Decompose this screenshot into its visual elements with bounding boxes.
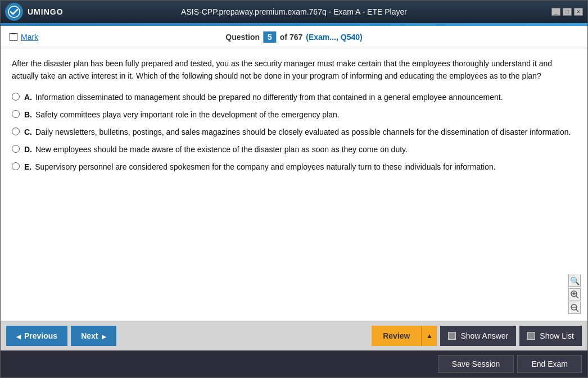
mark-checkbox[interactable] <box>10 33 17 41</box>
option-text-a: A. Information disseminated to managemen… <box>24 92 503 103</box>
exam-ref: (Exam..., Q540) <box>306 33 362 42</box>
title-bar-left: UMINGO <box>5 3 64 21</box>
title-bar: UMINGO ASIS-CPP.prepaway.premium.exam.76… <box>1 1 587 23</box>
question-number-badge: 5 <box>263 31 277 43</box>
mark-label[interactable]: Mark <box>21 33 38 42</box>
previous-arrow-icon <box>16 331 21 340</box>
end-exam-button[interactable]: End Exam <box>517 355 582 373</box>
question-header: Mark Question 5 of 767 (Exam..., Q540) <box>1 26 587 48</box>
question-text: After the disaster plan has been fully p… <box>12 57 576 83</box>
previous-button[interactable]: Previous <box>6 326 67 346</box>
show-answer-button[interactable]: Show Answer <box>440 326 516 346</box>
zoom-out-button[interactable] <box>568 302 581 314</box>
show-answer-checkbox <box>448 332 456 340</box>
zoom-controls: 🔍 <box>568 275 581 314</box>
mark-container: Mark <box>10 33 38 42</box>
minimize-button[interactable]: _ <box>551 8 560 16</box>
window-title: ASIS-CPP.prepaway.premium.exam.767q - Ex… <box>181 7 407 16</box>
review-dropdown-icon: ▲ <box>426 332 433 340</box>
logo-icon <box>5 3 23 21</box>
window-controls: _ □ ✕ <box>551 8 583 16</box>
next-label: Next <box>81 331 98 340</box>
app-window: UMINGO ASIS-CPP.prepaway.premium.exam.76… <box>0 0 588 378</box>
logo-text: UMINGO <box>28 7 64 16</box>
show-answer-label: Show Answer <box>460 331 508 340</box>
show-list-label: Show List <box>540 331 574 340</box>
maximize-button[interactable]: □ <box>563 8 572 16</box>
option-item-c: C. Daily newsletters, bulletins, posting… <box>12 126 576 138</box>
show-list-button[interactable]: Show List <box>519 326 582 346</box>
option-text-c: C. Daily newsletters, bulletins, posting… <box>24 126 571 138</box>
previous-label: Previous <box>24 331 57 340</box>
question-label: Question <box>225 33 260 42</box>
option-radio-a[interactable] <box>12 93 20 101</box>
show-list-checkbox <box>527 332 535 340</box>
option-item-d: D. New employees should be made aware of… <box>12 144 576 156</box>
option-item-a: A. Information disseminated to managemen… <box>12 92 576 103</box>
svg-line-2 <box>576 296 578 298</box>
save-session-label: Save Session <box>452 359 500 368</box>
question-number-area: Question 5 of 767 (Exam..., Q540) <box>225 31 362 43</box>
review-button-group: Review ▲ <box>372 326 437 346</box>
option-radio-b[interactable] <box>12 110 20 118</box>
options-list: A. Information disseminated to managemen… <box>12 92 576 173</box>
search-icon[interactable]: 🔍 <box>568 275 581 287</box>
review-dropdown-button[interactable]: ▲ <box>421 326 437 346</box>
option-text-d: D. New employees should be made aware of… <box>24 144 408 156</box>
option-radio-e[interactable] <box>12 162 20 170</box>
action-bar: Save Session End Exam <box>1 350 587 377</box>
review-label: Review <box>383 331 410 340</box>
footer-nav: Previous Next Review ▲ Show Answer Show … <box>1 321 587 350</box>
end-exam-label: End Exam <box>531 359 568 368</box>
option-text-e: E. Supervisory personnel are considered … <box>24 161 496 173</box>
close-button[interactable]: ✕ <box>574 8 583 16</box>
next-arrow-icon <box>102 331 106 340</box>
review-button[interactable]: Review <box>372 326 421 346</box>
question-total: of 767 <box>280 33 302 42</box>
zoom-in-button[interactable] <box>568 288 581 300</box>
option-item-b: B. Safety committees playa very importan… <box>12 109 576 121</box>
next-button[interactable]: Next <box>71 326 116 346</box>
option-radio-c[interactable] <box>12 127 20 135</box>
option-radio-d[interactable] <box>12 145 20 153</box>
save-session-button[interactable]: Save Session <box>438 355 514 373</box>
option-item-e: E. Supervisory personnel are considered … <box>12 161 576 173</box>
option-text-b: B. Safety committees playa very importan… <box>24 109 340 121</box>
svg-line-6 <box>576 309 578 312</box>
main-content: After the disaster plan has been fully p… <box>1 48 587 321</box>
